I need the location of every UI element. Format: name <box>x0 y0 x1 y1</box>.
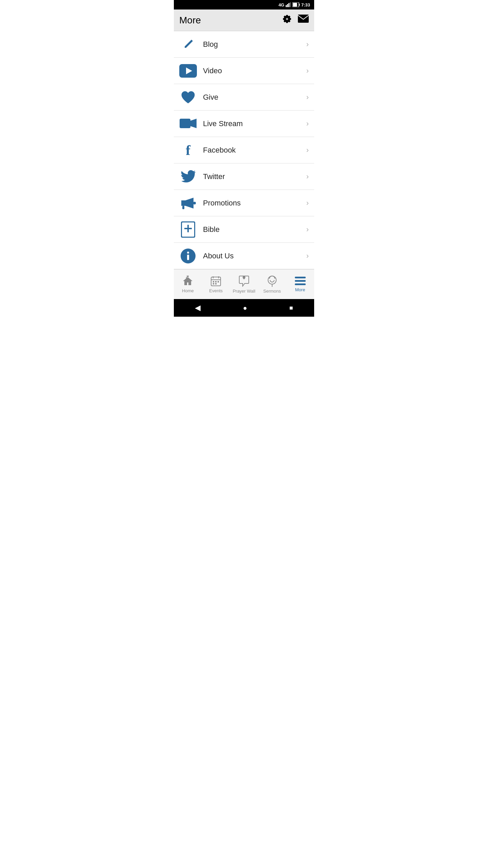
home-icon <box>182 276 193 287</box>
menu-list: Blog › Video › Give › Live St <box>174 31 314 269</box>
menu-item-facebook[interactable]: f Facebook › <box>174 137 314 163</box>
play-icon <box>179 62 197 80</box>
svg-rect-32 <box>215 283 217 284</box>
settings-icon[interactable] <box>282 14 292 26</box>
menu-item-twitter[interactable]: Twitter › <box>174 163 314 190</box>
svg-rect-23 <box>187 276 189 277</box>
svg-rect-1 <box>287 4 288 7</box>
more-nav-label: More <box>295 287 305 292</box>
bottom-nav: Home Events Prayer Wall <box>174 269 314 299</box>
pencil-icon <box>179 36 197 53</box>
time-display: 7:33 <box>301 2 310 7</box>
twitter-icon <box>179 168 197 185</box>
nav-item-sermons[interactable]: Sermons <box>258 273 286 296</box>
twitter-chevron: › <box>306 172 309 181</box>
events-nav-label: Events <box>209 288 223 293</box>
livestream-chevron: › <box>306 119 309 128</box>
give-chevron: › <box>306 93 309 102</box>
info-icon <box>179 247 197 265</box>
prayerwall-icon <box>239 275 249 287</box>
menu-item-aboutus[interactable]: About Us › <box>174 243 314 269</box>
heart-icon <box>179 88 197 106</box>
svg-rect-30 <box>218 281 219 282</box>
blog-chevron: › <box>306 40 309 49</box>
back-button[interactable]: ◀ <box>195 303 201 312</box>
livestream-label: Live Stream <box>203 119 306 128</box>
status-bar: 4G 7:33 <box>174 0 314 9</box>
page-title: More <box>179 15 201 26</box>
bible-chevron: › <box>306 225 309 234</box>
menu-item-give[interactable]: Give › <box>174 84 314 111</box>
svg-rect-5 <box>299 4 300 6</box>
svg-rect-22 <box>187 255 189 260</box>
signal-icon: 4G <box>279 2 284 7</box>
promotions-label: Promotions <box>203 199 306 208</box>
signal-bars-icon <box>286 2 291 7</box>
svg-rect-3 <box>290 2 291 7</box>
home-button[interactable]: ● <box>243 304 247 312</box>
megaphone-icon <box>179 194 197 212</box>
bible-icon <box>179 221 197 238</box>
sermons-icon <box>267 275 278 287</box>
svg-rect-7 <box>298 15 309 23</box>
video-chevron: › <box>306 66 309 75</box>
svg-marker-12 <box>181 200 185 206</box>
menu-item-blog[interactable]: Blog › <box>174 31 314 58</box>
svg-rect-31 <box>213 283 214 284</box>
battery-icon <box>292 2 300 7</box>
android-nav: ◀ ● ■ <box>174 299 314 317</box>
facebook-chevron: › <box>306 146 309 155</box>
svg-rect-6 <box>293 3 297 7</box>
sermons-nav-label: Sermons <box>263 289 281 294</box>
svg-rect-36 <box>295 280 306 282</box>
message-icon[interactable] <box>298 15 309 26</box>
prayerwall-nav-label: Prayer Wall <box>233 289 256 294</box>
facebook-label: Facebook <box>203 146 306 155</box>
menu-item-promotions[interactable]: Promotions › <box>174 190 314 216</box>
status-icons: 4G 7:33 <box>279 2 310 7</box>
svg-rect-10 <box>180 119 190 128</box>
menu-item-livestream[interactable]: Live Stream › <box>174 111 314 137</box>
svg-rect-0 <box>286 5 287 7</box>
svg-marker-13 <box>185 198 194 209</box>
menu-item-bible[interactable]: Bible › <box>174 216 314 243</box>
svg-rect-35 <box>295 277 306 278</box>
svg-point-21 <box>187 252 189 254</box>
video-camera-icon <box>179 115 197 133</box>
svg-point-33 <box>268 276 276 284</box>
nav-item-more[interactable]: More <box>286 274 314 295</box>
svg-rect-2 <box>288 3 289 7</box>
nav-item-events[interactable]: Events <box>202 273 230 296</box>
promotions-chevron: › <box>306 199 309 208</box>
home-nav-label: Home <box>182 288 194 293</box>
give-label: Give <box>203 93 306 102</box>
svg-rect-19 <box>184 228 192 229</box>
svg-rect-29 <box>215 281 217 282</box>
facebook-icon: f <box>179 141 197 159</box>
svg-rect-14 <box>182 206 184 209</box>
svg-point-15 <box>193 202 196 204</box>
events-icon <box>210 276 221 287</box>
nav-item-home[interactable]: Home <box>174 273 202 296</box>
aboutus-chevron: › <box>306 252 309 260</box>
svg-marker-11 <box>190 119 197 128</box>
svg-rect-37 <box>295 283 306 285</box>
aboutus-label: About Us <box>203 252 306 260</box>
nav-item-prayerwall[interactable]: Prayer Wall <box>230 273 258 296</box>
more-icon <box>295 277 306 285</box>
svg-rect-28 <box>213 281 214 282</box>
video-label: Video <box>203 66 306 75</box>
blog-label: Blog <box>203 40 306 49</box>
menu-item-video[interactable]: Video › <box>174 58 314 84</box>
bible-label: Bible <box>203 225 306 234</box>
header-actions <box>282 14 309 26</box>
header: More <box>174 9 314 31</box>
twitter-label: Twitter <box>203 172 306 181</box>
recents-button[interactable]: ■ <box>289 304 293 312</box>
